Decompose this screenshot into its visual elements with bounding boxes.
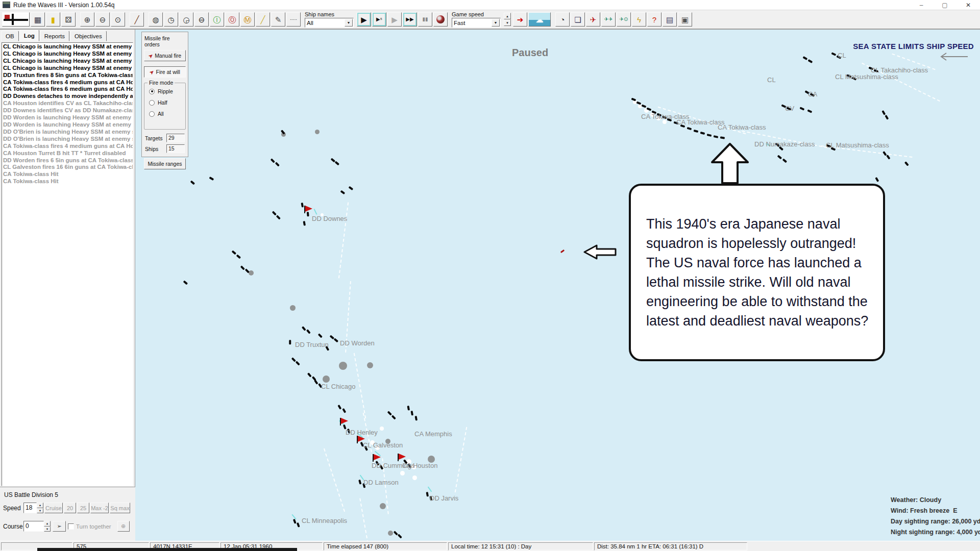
chevron-down-icon[interactable]: ▼ <box>345 19 353 27</box>
ship-marker[interactable] <box>411 411 413 415</box>
play-5-button[interactable]: ▶⁵ <box>372 12 386 27</box>
manual-fire-button[interactable]: ➤ Manual fire <box>144 50 186 61</box>
log-entry[interactable]: CL Galveston fires 16 6in guns at CA Tok… <box>3 164 133 171</box>
zoom-in-button[interactable]: ⊕ <box>80 12 94 27</box>
tab-ob[interactable]: OB <box>1 31 19 41</box>
interval-red-button[interactable]: Ⓞ <box>225 12 239 27</box>
log-entry[interactable]: DD Truxtun fires 8 5in guns at CA Tokiwa… <box>3 72 133 79</box>
log-entry[interactable]: CA Tokiwa-class fires 4 medium guns at C… <box>3 143 133 150</box>
log-entry[interactable]: CL Chicago is launching Heavy SSM at ene… <box>3 58 133 65</box>
game-speed-select[interactable]: Fast ▼ <box>452 18 501 28</box>
tab-log[interactable]: Log <box>19 30 39 41</box>
ship-marker[interactable] <box>307 372 311 377</box>
zoom-area-button[interactable]: ⊙ <box>111 12 125 27</box>
pencil-button[interactable]: ✎ <box>271 12 285 27</box>
ship-marker[interactable] <box>714 135 719 138</box>
ship-marker[interactable] <box>293 519 296 524</box>
zoom-out-button[interactable]: ⊖ <box>95 12 110 27</box>
gun-button[interactable]: ╱ <box>130 12 144 27</box>
interval-orange-button[interactable]: Ⓜ <box>240 12 255 27</box>
ship-marker[interactable] <box>904 161 909 166</box>
play-fast-button[interactable]: ▶▶ <box>403 12 417 27</box>
ship-marker[interactable] <box>338 405 342 410</box>
ship-marker[interactable] <box>303 221 306 226</box>
clock-interval-2-button[interactable]: ◶ <box>179 12 193 27</box>
log-entry[interactable]: CA Tokiwa-class Hit <box>3 178 133 185</box>
ship-marker[interactable] <box>271 158 275 163</box>
log-entry[interactable]: CA Tokiwa-class fires 4 medium guns at C… <box>3 79 133 86</box>
ship-marker[interactable] <box>800 107 805 110</box>
ship-marker[interactable] <box>209 177 214 181</box>
log-entry[interactable]: DD Worden is launching Heavy SSM at enem… <box>3 121 133 129</box>
ship-marker[interactable] <box>687 127 692 130</box>
minimize-button[interactable]: – <box>910 0 933 10</box>
log-entry[interactable]: CA Tokiwa-class fires 6 medium guns at C… <box>3 86 133 93</box>
fire-mode-all[interactable]: All <box>149 111 185 117</box>
missile-ranges-button[interactable]: Missile ranges <box>144 158 186 169</box>
dice-button[interactable]: ⚄ <box>61 12 76 27</box>
game-speed-spinner[interactable]: ▲▼ <box>504 13 511 26</box>
ship-marker[interactable] <box>700 132 705 135</box>
ship-marker[interactable] <box>398 534 402 538</box>
ship-marker[interactable] <box>335 161 339 165</box>
log-entry[interactable]: CL Chicago is launching Heavy SSM at ene… <box>3 51 133 58</box>
play-slow-button[interactable]: ▶ <box>387 12 402 27</box>
ship-marker[interactable] <box>391 415 396 419</box>
ship-marker[interactable] <box>289 340 291 344</box>
log-entry[interactable]: CL Chicago is launching Heavy SSM at ene… <box>3 43 133 51</box>
speed-spinner[interactable]: 18 ▲▼ <box>23 503 43 513</box>
speed-preset-max-2[interactable]: Max -2 <box>90 503 109 513</box>
ship-marker[interactable] <box>340 190 345 194</box>
log-entry[interactable]: CL Chicago is launching Heavy SSM at ene… <box>3 65 133 72</box>
signal-book-button[interactable]: ❏ <box>571 12 585 27</box>
ship-marker[interactable] <box>875 177 879 182</box>
formation-compass-button[interactable]: ⊕ <box>117 521 130 532</box>
log-entry[interactable]: DD O'Brien is launching Heavy SSM at ene… <box>3 136 133 143</box>
maximize-button[interactable]: ▢ <box>933 0 957 10</box>
log-entry[interactable]: DD Downes identifies CV as DD Numakaze-c… <box>3 107 133 114</box>
advance-button[interactable]: ➔ <box>513 12 527 27</box>
ship-marker[interactable] <box>342 408 347 413</box>
ship-marker[interactable] <box>307 212 309 216</box>
ship-marker[interactable] <box>232 251 236 255</box>
ship-names-select[interactable]: All ▼ <box>305 18 354 28</box>
fire-mode-half[interactable]: Half <box>149 99 185 106</box>
set-course-cursor-button[interactable]: ➢ <box>53 521 66 532</box>
lightning-button[interactable]: ϟ <box>632 12 646 27</box>
ship-marker[interactable] <box>808 59 813 63</box>
tactical-map[interactable]: DD DownesDD TruxtunDD WordenCL ChicagoDD… <box>135 30 980 541</box>
ship-marker[interactable] <box>297 522 300 528</box>
speed-preset-sq-max[interactable]: Sq max <box>110 503 130 513</box>
ship-marker[interactable] <box>183 281 188 285</box>
log-entry[interactable]: DD Downes detaches to move independently… <box>3 93 133 100</box>
save-button[interactable]: ▦ <box>31 12 45 27</box>
ship-marker[interactable] <box>642 105 647 108</box>
report-button[interactable]: ▤ <box>663 12 677 27</box>
lock-button[interactable]: ◍ <box>149 12 163 27</box>
ship-marker[interactable] <box>349 186 353 190</box>
fire-mode-ripple[interactable]: Ripple <box>149 88 185 94</box>
ship-marker[interactable] <box>245 268 250 273</box>
ship-marker[interactable] <box>886 155 890 159</box>
help-button[interactable]: ? <box>647 12 662 27</box>
chevron-down-icon[interactable]: ▼ <box>492 19 500 27</box>
ship-marker[interactable] <box>334 338 338 342</box>
air-formation-button[interactable]: ✈✈ <box>601 12 616 27</box>
log-entry[interactable]: CA Houston identifies CV as CL Takachiho… <box>3 100 133 107</box>
ship-marker[interactable] <box>707 134 712 136</box>
ship-marker[interactable] <box>831 52 837 56</box>
ship-marker[interactable] <box>803 56 808 60</box>
fire-at-will-button[interactable]: ➤ Fire at will <box>144 66 186 78</box>
ship-marker[interactable] <box>407 406 410 410</box>
draw-line-button[interactable]: ╱ <box>256 12 270 27</box>
ship-marker[interactable] <box>275 162 280 166</box>
weather-button[interactable]: ☁ <box>528 12 551 27</box>
air-ops-button[interactable]: ✈⊙ <box>617 12 631 27</box>
ship-marker[interactable] <box>631 98 636 101</box>
nation-flag-button[interactable] <box>2 12 30 27</box>
speed-preset-25[interactable]: 25 <box>77 503 89 513</box>
ship-marker[interactable] <box>426 492 429 496</box>
close-button[interactable]: ✕ <box>957 0 980 10</box>
ship-marker[interactable] <box>387 411 392 415</box>
speed-preset-cruise[interactable]: Cruise <box>44 503 63 513</box>
